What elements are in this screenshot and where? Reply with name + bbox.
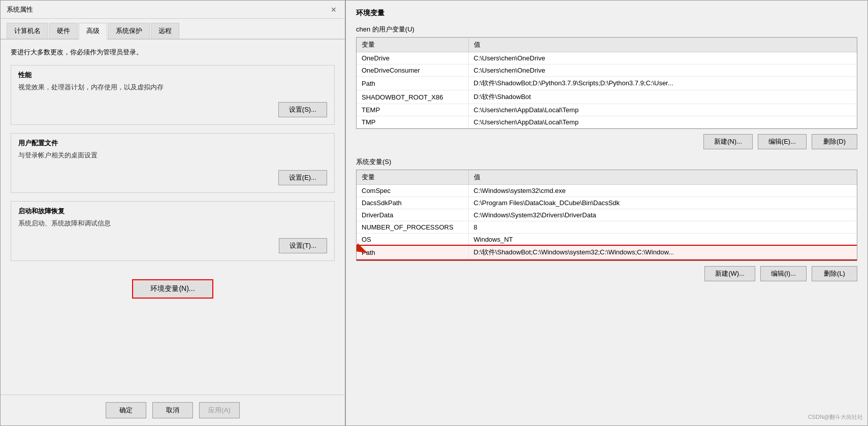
- system-properties-window: 系统属性 ✕ 计算机名 硬件 高级 系统保护 远程 要进行大多数更改，你必须作为…: [0, 0, 345, 426]
- user-vars-label: chen 的用户变量(U): [356, 25, 857, 34]
- user-var-name: TMP: [357, 116, 468, 128]
- tab-system-protection[interactable]: 系统保护: [108, 23, 150, 39]
- env-variables-window: 环境变量 chen 的用户变量(U) 变量 值 OneDriveC:\Users…: [345, 0, 868, 426]
- env-panel-title: 环境变量: [356, 9, 857, 18]
- user-vars-table-wrapper: 变量 值 OneDriveC:\Users\chen\OneDriveOneDr…: [356, 37, 857, 129]
- tab-computer-name[interactable]: 计算机名: [7, 23, 48, 39]
- sys-var-row[interactable]: DacsSdkPathC:\Program Files\DataCloak_DC…: [357, 197, 857, 209]
- sys-var-value: 8: [468, 221, 857, 234]
- startup-title: 启动和故障恢复: [18, 207, 327, 216]
- user-var-name: SHADOWBOT_ROOT_X86: [357, 90, 468, 104]
- sys-var-value: Windows_NT: [468, 234, 857, 246]
- performance-section: 性能 视觉效果，处理器计划，内存使用，以及虚拟内存 设置(S)...: [11, 65, 335, 125]
- user-var-row[interactable]: PathD:\软件\ShadowBot;D:\Python3.7.9\Scrip…: [357, 77, 857, 90]
- user-var-value: C:\Users\chen\OneDrive: [468, 52, 857, 64]
- userprofile-section: 用户配置文件 与登录帐户相关的桌面设置 设置(E)...: [11, 133, 335, 193]
- env-button-row: 环境变量(N)...: [11, 279, 335, 299]
- sys-var-name: DacsSdkPath: [357, 197, 468, 209]
- sys-var-value: .COM;.EXE;.BAT;.CMD;.VBS;.VBE;.JS;.JSE;.…: [468, 259, 857, 261]
- cancel-button[interactable]: 取消: [152, 402, 193, 418]
- window-title: 系统属性: [7, 5, 33, 14]
- user-vars-col2-header: 值: [468, 38, 857, 52]
- bottom-buttons: 确定 取消 应用(A): [1, 395, 345, 425]
- user-new-button[interactable]: 新建(N)...: [703, 134, 753, 149]
- userprofile-settings-button[interactable]: 设置(E)...: [278, 170, 327, 185]
- tab-advanced[interactable]: 高级: [79, 23, 107, 40]
- user-var-value: C:\Users\chen\AppData\Local\Temp: [468, 116, 857, 128]
- user-var-row[interactable]: SHADOWBOT_ROOT_X86D:\软件\ShadowBot: [357, 90, 857, 104]
- sys-vars-table-wrapper: 变量 值 ComSpecC:\Windows\system32\cmd.exeD…: [356, 170, 857, 261]
- tab-remote[interactable]: 远程: [151, 23, 179, 39]
- sys-var-row[interactable]: OSWindows_NT: [357, 234, 857, 246]
- user-vars-table: 变量 值 OneDriveC:\Users\chen\OneDriveOneDr…: [357, 38, 857, 128]
- performance-title: 性能: [18, 71, 327, 80]
- startup-settings-button[interactable]: 设置(T)...: [279, 238, 327, 253]
- user-var-value: C:\Users\chen\AppData\Local\Temp: [468, 104, 857, 116]
- sys-var-name: PATHEXT: [357, 259, 468, 261]
- startup-desc: 系统启动、系统故障和调试信息: [18, 219, 327, 228]
- sys-vars-buttons: 新建(W)... 编辑(I)... 删除(L): [356, 266, 857, 281]
- startup-section: 启动和故障恢复 系统启动、系统故障和调试信息 设置(T)...: [11, 201, 335, 261]
- watermark: CSDN@翻斗大街社社: [808, 413, 863, 421]
- sys-var-name: NUMBER_OF_PROCESSORS: [357, 221, 468, 234]
- user-var-value: D:\软件\ShadowBot;D:\Python3.7.9\Scripts;D…: [468, 77, 857, 90]
- sys-var-name: ComSpec: [357, 185, 468, 197]
- close-button[interactable]: ✕: [329, 5, 339, 15]
- userprofile-title: 用户配置文件: [18, 139, 327, 148]
- ok-button[interactable]: 确定: [106, 402, 146, 418]
- user-vars-col1-header: 变量: [357, 38, 468, 52]
- sys-vars-table: 变量 值 ComSpecC:\Windows\system32\cmd.exeD…: [357, 170, 857, 261]
- user-delete-button[interactable]: 删除(D): [812, 134, 857, 149]
- sys-vars-label: 系统变量(S): [356, 157, 857, 167]
- apply-button[interactable]: 应用(A): [199, 402, 240, 418]
- user-var-value: D:\软件\ShadowBot: [468, 90, 857, 104]
- sys-var-row[interactable]: ComSpecC:\Windows\system32\cmd.exe: [357, 185, 857, 197]
- sys-new-button[interactable]: 新建(W)...: [704, 266, 755, 281]
- sys-var-row[interactable]: PathD:\软件\ShadowBot;C:\Windows\system32;…: [357, 246, 857, 259]
- user-edit-button[interactable]: 编辑(E)...: [758, 134, 807, 149]
- user-var-name: Path: [357, 77, 468, 90]
- user-var-value: C:\Users\chen\OneDrive: [468, 64, 857, 77]
- env-variables-button[interactable]: 环境变量(N)...: [132, 279, 213, 299]
- sys-var-name: DriverData: [357, 209, 468, 221]
- sys-var-name: Path: [357, 246, 468, 259]
- sys-var-value: D:\软件\ShadowBot;C:\Windows\system32;C:\W…: [468, 246, 857, 259]
- userprofile-desc: 与登录帐户相关的桌面设置: [18, 151, 327, 160]
- user-var-name: OneDrive: [357, 52, 468, 64]
- sys-var-value: C:\Windows\system32\cmd.exe: [468, 185, 857, 197]
- sys-var-name: OS: [357, 234, 468, 246]
- sys-var-value: C:\Windows\System32\Drivers\DriverData: [468, 209, 857, 221]
- sys-edit-button[interactable]: 编辑(I)...: [760, 266, 807, 281]
- sys-var-value: C:\Program Files\DataCloak_DCube\Bin\Dac…: [468, 197, 857, 209]
- user-var-name: TEMP: [357, 104, 468, 116]
- titlebar: 系统属性 ✕: [1, 1, 345, 19]
- user-var-name: OneDriveConsumer: [357, 64, 468, 77]
- panel-content: 要进行大多数更改，你必须作为管理员登录。 性能 视觉效果，处理器计划，内存使用，…: [1, 40, 345, 395]
- sys-vars-col2-header: 值: [468, 170, 857, 185]
- user-var-row[interactable]: TMPC:\Users\chen\AppData\Local\Temp: [357, 116, 857, 128]
- sys-var-row[interactable]: DriverDataC:\Windows\System32\Drivers\Dr…: [357, 209, 857, 221]
- user-vars-buttons: 新建(N)... 编辑(E)... 删除(D): [356, 134, 857, 149]
- sys-delete-button[interactable]: 删除(L): [812, 266, 857, 281]
- tab-hardware[interactable]: 硬件: [49, 23, 78, 39]
- sys-vars-col1-header: 变量: [357, 170, 468, 185]
- sys-var-row[interactable]: PATHEXT.COM;.EXE;.BAT;.CMD;.VBS;.VBE;.JS…: [357, 259, 857, 261]
- performance-desc: 视觉效果，处理器计划，内存使用，以及虚拟内存: [18, 83, 327, 92]
- user-var-row[interactable]: OneDriveConsumerC:\Users\chen\OneDrive: [357, 64, 857, 77]
- user-var-row[interactable]: TEMPC:\Users\chen\AppData\Local\Temp: [357, 104, 857, 116]
- user-var-row[interactable]: OneDriveC:\Users\chen\OneDrive: [357, 52, 857, 64]
- performance-settings-button[interactable]: 设置(S)...: [278, 102, 327, 117]
- sys-var-row[interactable]: NUMBER_OF_PROCESSORS8: [357, 221, 857, 234]
- admin-notice: 要进行大多数更改，你必须作为管理员登录。: [11, 48, 335, 57]
- tabs-bar: 计算机名 硬件 高级 系统保护 远程: [1, 19, 345, 40]
